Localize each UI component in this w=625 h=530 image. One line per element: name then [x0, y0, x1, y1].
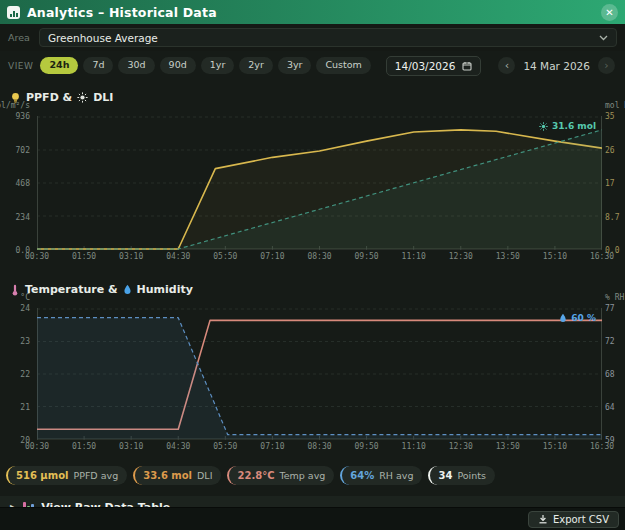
y-tick-label: 468 — [16, 179, 30, 188]
date-nav: ‹ 14 Mar 2026 › — [498, 57, 615, 74]
temp-title-text: Temperature & — [25, 283, 118, 296]
date-value: 14/03/2026 — [395, 60, 456, 72]
view-range-group: 24h7d30d90d1yr2yr3yrCustom — [40, 57, 370, 73]
calendar-icon — [462, 61, 472, 71]
date-input[interactable]: 14/03/2026 — [386, 56, 482, 76]
droplet-icon — [123, 284, 132, 295]
x-tick-label: 08:30 — [307, 442, 331, 451]
stats-row: 516 μmolPPFD avg33.6 molDLI22.8°CTemp av… — [0, 462, 625, 488]
y-tick-label: 24 — [20, 304, 30, 313]
ppfd-dli-plot[interactable] — [37, 116, 602, 250]
y-tick-label: 68 — [605, 370, 615, 379]
x-tick-label: 03:10 — [119, 442, 143, 451]
ppfd-dli-chart: μmol/m²/s 9367024682340.0 mol DLI 352617… — [37, 116, 602, 250]
temp-humidity-section: Temperature & Humidity °C 2423222120 % R… — [0, 272, 625, 440]
stat-value: 34 — [438, 470, 452, 481]
footer-bar: Export CSV — [0, 507, 625, 530]
view-row: VIEW 24h7d30d90d1yr2yr3yrCustom 14/03/20… — [0, 51, 625, 80]
analytics-chart-icon — [7, 6, 20, 19]
dli-annotation-value: 31.6 mol — [552, 121, 596, 131]
area-select-value: Greenhouse Average — [48, 32, 599, 44]
view-range-3yr[interactable]: 3yr — [278, 57, 312, 73]
x-tick-label: 16:30 — [590, 252, 614, 261]
stat-value: 64% — [350, 470, 374, 481]
stat-value: 33.6 mol — [143, 470, 192, 481]
x-tick-label: 12:30 — [449, 252, 473, 261]
y-tick-label: 234 — [16, 212, 30, 221]
chevron-down-icon — [599, 35, 608, 41]
y-tick-label: 77 — [605, 304, 615, 313]
y-tick-label: 936 — [16, 112, 30, 121]
y-tick-label: 26 — [605, 145, 615, 154]
export-csv-button[interactable]: Export CSV — [528, 511, 619, 528]
thermometer-icon — [10, 284, 20, 296]
view-range-24h[interactable]: 24h — [40, 57, 78, 73]
x-tick-label: 07:10 — [260, 442, 284, 451]
next-day-button[interactable]: › — [598, 57, 615, 74]
ppfd-y-axis: μmol/m²/s 9367024682340.0 — [0, 116, 33, 250]
stat-temp-avg: 22.8°CTemp avg — [227, 466, 334, 485]
y-tick-label: 72 — [605, 337, 615, 346]
x-tick-label: 13:50 — [496, 252, 520, 261]
temp-y-axis: °C 2423222120 — [0, 308, 33, 440]
stat-ppfd-avg: 516 μmolPPFD avg — [6, 466, 127, 485]
ppfd-axis-unit: μmol/m²/s — [0, 101, 30, 110]
humidity-y-axis: % RH 7772686459 — [603, 308, 625, 440]
x-tick-label: 08:30 — [307, 252, 331, 261]
view-label: VIEW — [8, 61, 33, 71]
x-tick-label: 12:30 — [449, 442, 473, 451]
x-tick-label: 05:50 — [213, 442, 237, 451]
dli-annotation: 31.6 mol — [539, 121, 596, 131]
stat-label: Temp avg — [279, 470, 325, 481]
x-tick-label: 16:30 — [590, 442, 614, 451]
view-range-30d[interactable]: 30d — [118, 57, 154, 73]
prev-day-button[interactable]: ‹ — [498, 57, 515, 74]
droplet-icon — [559, 313, 567, 323]
humidity-annotation-value: 60 % — [571, 313, 596, 323]
view-range-2yr[interactable]: 2yr — [239, 57, 273, 73]
x-tick-label: 00:30 — [25, 252, 49, 261]
humidity-title-text: Humidity — [137, 283, 193, 296]
x-tick-label: 15:10 — [543, 442, 567, 451]
humidity-axis-unit: % RH — [605, 293, 624, 302]
x-tick-label: 03:10 — [119, 252, 143, 261]
view-range-1yr[interactable]: 1yr — [201, 57, 235, 73]
x-tick-label: 11:10 — [402, 442, 426, 451]
y-tick-label: 22 — [20, 370, 30, 379]
x-tick-label: 04:30 — [166, 442, 190, 451]
x-tick-label: 04:30 — [166, 252, 190, 261]
view-range-7d[interactable]: 7d — [83, 57, 113, 73]
view-range-custom[interactable]: Custom — [316, 57, 370, 73]
y-tick-label: 64 — [605, 403, 615, 412]
titlebar: Analytics – Historical Data ✕ — [0, 0, 625, 24]
ppfd-title-text: PPFD & — [26, 91, 72, 104]
area-row: Area Greenhouse Average — [0, 24, 625, 51]
ppfd-x-axis: 00:3001:5003:1004:3005:5007:1008:3009:50… — [37, 252, 602, 264]
y-tick-label: 35 — [605, 112, 615, 121]
y-tick-label: 702 — [16, 145, 30, 154]
close-icon[interactable]: ✕ — [601, 4, 618, 21]
temp-humidity-plot[interactable] — [37, 308, 602, 440]
x-tick-label: 01:50 — [72, 442, 96, 451]
view-range-90d[interactable]: 90d — [160, 57, 196, 73]
y-tick-label: 23 — [20, 337, 30, 346]
ppfd-dli-title: PPFD & DLI — [0, 87, 625, 110]
y-tick-label: 17 — [605, 179, 615, 188]
stat-label: Points — [457, 470, 486, 481]
stat-value: 22.8°C — [237, 470, 274, 481]
x-tick-label: 05:50 — [213, 252, 237, 261]
sun-icon — [539, 122, 548, 131]
area-select[interactable]: Greenhouse Average — [39, 28, 617, 47]
area-label: Area — [8, 32, 30, 43]
stat-value: 516 μmol — [16, 470, 68, 481]
x-tick-label: 01:50 — [72, 252, 96, 261]
x-tick-label: 00:30 — [25, 442, 49, 451]
x-tick-label: 09:50 — [355, 442, 379, 451]
dli-axis-unit: mol DLI — [605, 101, 625, 110]
stat-dli: 33.6 molDLI — [133, 466, 221, 485]
temp-humidity-title: Temperature & Humidity — [0, 279, 625, 302]
x-tick-label: 09:50 — [355, 252, 379, 261]
stat-label: PPFD avg — [73, 470, 118, 481]
ppfd-dli-section: PPFD & DLI μmol/m²/s 9367024682340.0 mol… — [0, 80, 625, 250]
dli-title-text: DLI — [93, 91, 113, 104]
